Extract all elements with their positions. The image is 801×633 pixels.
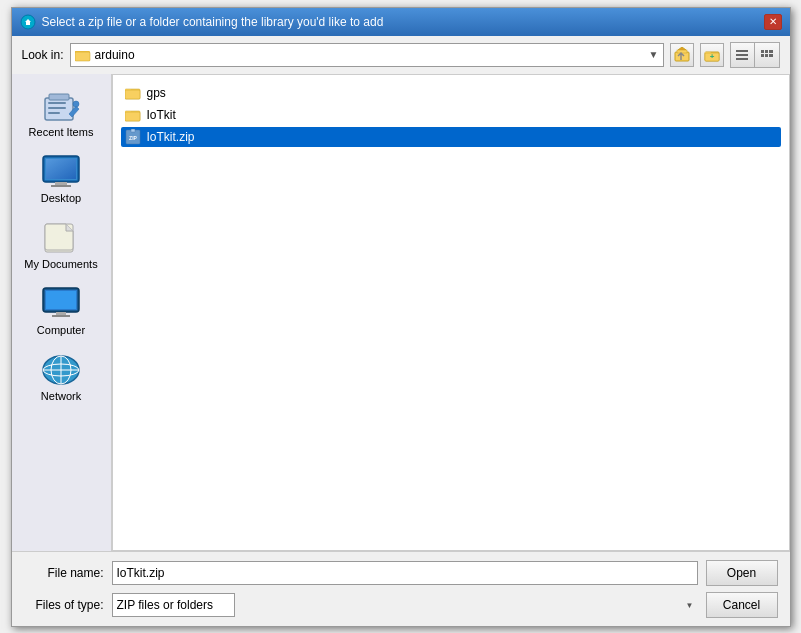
cancel-button[interactable]: Cancel xyxy=(706,592,778,618)
sidebar-item-my-documents-label: My Documents xyxy=(24,258,97,270)
sidebar-item-network[interactable]: Network xyxy=(17,346,105,408)
file-name-gps: gps xyxy=(147,86,166,100)
svg-rect-18 xyxy=(49,94,69,100)
svg-text:+: + xyxy=(709,52,714,61)
dialog-icon xyxy=(20,14,36,30)
svg-rect-46 xyxy=(125,112,140,121)
svg-rect-26 xyxy=(51,185,71,187)
file-item-gps[interactable]: gps xyxy=(121,83,781,103)
svg-rect-4 xyxy=(677,50,687,53)
look-in-arrow: ▼ xyxy=(649,49,659,60)
file-name-iotkit: IoTkit xyxy=(147,108,176,122)
dialog: Select a zip file or a folder containing… xyxy=(11,7,791,627)
svg-rect-19 xyxy=(48,102,66,104)
look-in-combo[interactable]: arduino ▼ xyxy=(70,43,664,67)
title-bar-left: Select a zip file or a folder containing… xyxy=(20,14,384,30)
sidebar-item-recent-items[interactable]: Recent Items xyxy=(17,82,105,144)
look-in-text: arduino xyxy=(95,48,645,62)
main-area: Recent Items xyxy=(12,74,790,551)
recent-items-icon xyxy=(41,88,81,124)
open-button[interactable]: Open xyxy=(706,560,778,586)
look-in-label: Look in: xyxy=(22,48,64,62)
filename-row: File name: Open xyxy=(24,560,778,586)
svg-rect-15 xyxy=(765,54,768,57)
svg-rect-36 xyxy=(52,315,70,317)
filename-input[interactable] xyxy=(112,561,698,585)
svg-rect-11 xyxy=(761,50,764,53)
zip-icon-iotkit: ZIP xyxy=(125,129,141,145)
list-view-button[interactable] xyxy=(731,43,755,67)
filetype-row: Files of type: ZIP files or folders Canc… xyxy=(24,592,778,618)
svg-rect-37 xyxy=(46,291,76,309)
filetype-select[interactable]: ZIP files or folders xyxy=(112,593,235,617)
svg-rect-27 xyxy=(46,159,76,179)
sidebar-item-my-documents[interactable]: My Documents xyxy=(17,214,105,276)
toolbar: Look in: arduino ▼ xyxy=(12,36,790,74)
filetype-select-wrapper: ZIP files or folders xyxy=(112,593,698,617)
folder-icon-iotkit xyxy=(125,107,141,123)
my-documents-icon xyxy=(41,220,81,256)
svg-rect-20 xyxy=(48,107,66,109)
sidebar-item-computer-label: Computer xyxy=(37,324,85,336)
svg-rect-48 xyxy=(131,129,135,132)
sidebar-item-computer[interactable]: Computer xyxy=(17,280,105,342)
folder-icon xyxy=(75,48,91,62)
computer-icon xyxy=(41,286,81,322)
detail-view-button[interactable] xyxy=(755,43,779,67)
svg-rect-35 xyxy=(56,312,66,315)
svg-point-22 xyxy=(73,101,79,107)
file-area: gps IoTkit xyxy=(112,74,790,551)
svg-rect-44 xyxy=(125,90,140,99)
filetype-label: Files of type: xyxy=(24,598,104,612)
bottom-bar: File name: Open Files of type: ZIP files… xyxy=(12,551,790,626)
dialog-title: Select a zip file or a folder containing… xyxy=(42,15,384,29)
title-bar: Select a zip file or a folder containing… xyxy=(12,8,790,36)
new-folder-button[interactable]: + xyxy=(700,43,724,67)
svg-text:ZIP: ZIP xyxy=(129,135,137,141)
svg-rect-16 xyxy=(769,54,773,57)
sidebar-item-desktop-label: Desktop xyxy=(41,192,81,204)
file-name-iotkit-zip: IoTkit.zip xyxy=(147,130,195,144)
svg-rect-2 xyxy=(75,52,90,61)
navigate-up-button[interactable] xyxy=(670,43,694,67)
svg-rect-12 xyxy=(765,50,768,53)
svg-rect-10 xyxy=(736,58,748,60)
desktop-icon xyxy=(41,154,81,190)
svg-rect-9 xyxy=(736,54,748,56)
network-icon xyxy=(41,352,81,388)
view-buttons xyxy=(730,42,780,68)
file-item-iotkit[interactable]: IoTkit xyxy=(121,105,781,125)
svg-rect-13 xyxy=(769,50,773,53)
svg-rect-14 xyxy=(761,54,764,57)
svg-rect-8 xyxy=(736,50,748,52)
filename-label: File name: xyxy=(24,566,104,580)
folder-icon-gps xyxy=(125,85,141,101)
sidebar-item-network-label: Network xyxy=(41,390,81,402)
sidebar-item-desktop[interactable]: Desktop xyxy=(17,148,105,210)
close-button[interactable]: ✕ xyxy=(764,14,782,30)
svg-rect-21 xyxy=(48,112,60,114)
sidebar: Recent Items xyxy=(12,74,112,551)
sidebar-item-recent-items-label: Recent Items xyxy=(29,126,94,138)
file-item-iotkit-zip[interactable]: ZIP IoTkit.zip xyxy=(121,127,781,147)
